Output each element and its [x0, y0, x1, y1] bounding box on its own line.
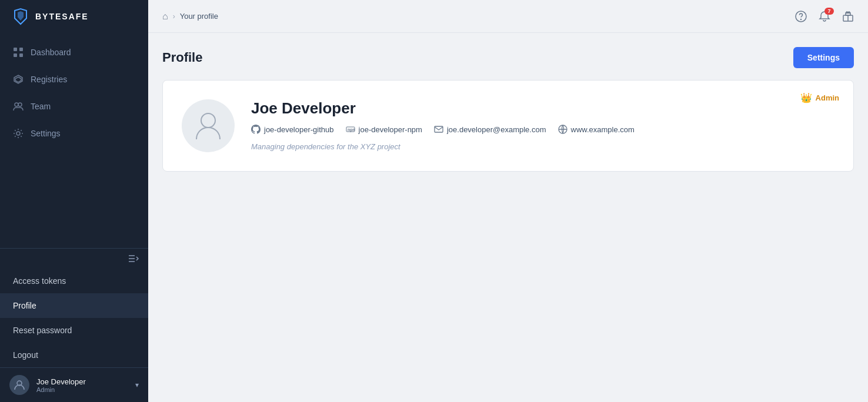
topbar: ⌂ › Your profile 7: [148, 0, 868, 33]
profile-avatar: [182, 99, 235, 152]
content-area: Profile Settings Joe Developer joe-deve: [148, 33, 868, 402]
github-handle: joe-developer-github: [264, 125, 334, 134]
page-header: Profile Settings: [162, 47, 854, 68]
user-dropdown-menu: Access tokens Profile Reset password Log…: [0, 269, 148, 367]
profile-meta: joe-developer-github npm joe-developer-n…: [251, 125, 834, 134]
home-icon[interactable]: ⌂: [162, 11, 168, 22]
sidebar-item-settings-label: Settings: [31, 129, 61, 138]
app-logo[interactable]: BYTESAFE: [0, 0, 148, 33]
user-info: Joe Developer Admin: [36, 377, 128, 393]
sidebar-item-dashboard-label: Dashboard: [31, 48, 71, 57]
profile-npm: npm joe-developer-npm: [346, 125, 422, 134]
admin-badge: 👑 Admin: [800, 92, 839, 103]
gift-button[interactable]: [842, 11, 854, 22]
profile-bio: Managing dependencies for the XYZ projec…: [251, 142, 834, 151]
dropdown-item-profile[interactable]: Profile: [0, 293, 148, 318]
profile-card: Joe Developer joe-developer-github npm: [162, 80, 854, 172]
sidebar-item-team[interactable]: Team: [0, 93, 148, 120]
access-tokens-label: Access tokens: [13, 276, 66, 286]
svg-point-6: [15, 103, 18, 106]
logout-label: Logout: [13, 350, 38, 360]
svg-text:npm: npm: [348, 128, 355, 132]
crown-icon: 👑: [800, 92, 812, 103]
svg-rect-1: [19, 48, 23, 51]
email-address: joe.developer@example.com: [447, 125, 546, 134]
sidebar-item-registries-label: Registries: [31, 75, 67, 84]
svg-point-8: [16, 132, 20, 135]
sidebar-item-dashboard[interactable]: Dashboard: [0, 39, 148, 66]
breadcrumb-current-page: Your profile: [180, 12, 218, 21]
svg-rect-0: [14, 48, 17, 51]
topbar-actions: 7: [795, 11, 854, 22]
svg-point-7: [18, 103, 22, 106]
reset-password-label: Reset password: [13, 326, 72, 335]
sidebar: BYTESAFE Dashboard Registries Team Setti…: [0, 0, 148, 402]
dropdown-item-reset-password[interactable]: Reset password: [0, 318, 148, 343]
profile-label: Profile: [13, 301, 36, 310]
svg-rect-21: [435, 126, 443, 132]
main-nav: Dashboard Registries Team Settings: [0, 33, 148, 248]
user-role: Admin: [36, 386, 128, 393]
svg-marker-5: [15, 77, 21, 82]
sidebar-item-team-label: Team: [31, 102, 51, 111]
npm-handle: joe-developer-npm: [359, 125, 422, 134]
notification-badge: 7: [824, 8, 834, 15]
breadcrumb: ⌂ › Your profile: [162, 11, 218, 22]
admin-label: Admin: [816, 93, 839, 102]
website-url: www.example.com: [571, 125, 635, 134]
sidebar-item-settings[interactable]: Settings: [0, 120, 148, 147]
help-button[interactable]: [795, 11, 807, 22]
dropdown-item-access-tokens[interactable]: Access tokens: [0, 269, 148, 293]
sidebar-item-registries[interactable]: Registries: [0, 66, 148, 93]
user-bar[interactable]: Joe Developer Admin ▾: [0, 367, 148, 402]
sidebar-bottom: Access tokens Profile Reset password Log…: [0, 248, 148, 402]
profile-email: joe.developer@example.com: [434, 125, 546, 134]
settings-button[interactable]: Settings: [793, 47, 854, 68]
main-content: ⌂ › Your profile 7: [148, 0, 868, 402]
profile-name: Joe Developer: [251, 99, 834, 118]
svg-point-14: [801, 19, 802, 19]
profile-info: Joe Developer joe-developer-github npm: [251, 99, 834, 151]
svg-point-18: [201, 113, 215, 128]
chevron-down-icon: ▾: [135, 381, 139, 389]
profile-github: joe-developer-github: [251, 125, 334, 134]
avatar: [9, 375, 29, 395]
dropdown-item-logout[interactable]: Logout: [0, 343, 148, 367]
profile-website: www.example.com: [558, 125, 635, 134]
user-name: Joe Developer: [36, 377, 128, 386]
app-name: BYTESAFE: [35, 12, 89, 21]
breadcrumb-separator: ›: [173, 12, 175, 21]
svg-rect-2: [14, 53, 17, 57]
svg-rect-3: [19, 53, 23, 57]
notifications-button[interactable]: 7: [819, 11, 830, 22]
collapse-sidebar-button[interactable]: [0, 249, 148, 269]
page-title: Profile: [162, 50, 202, 65]
